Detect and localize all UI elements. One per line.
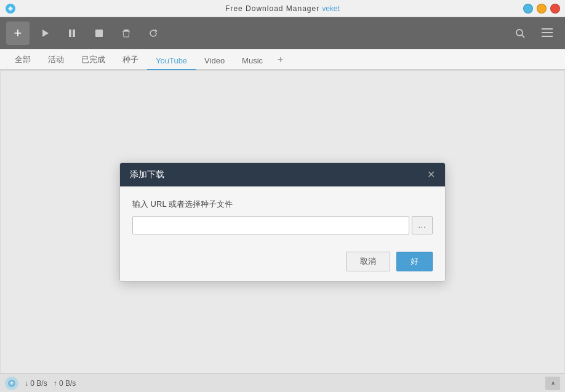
url-input-row: ... [132, 216, 433, 234]
tab-youtube[interactable]: YouTube [147, 52, 196, 70]
tabs-bar: 全部 活动 已完成 种子 YouTube Video Music + [0, 49, 565, 70]
dialog-overlay: 添加下载 ✕ 输入 URL 或者选择种子文件 ... 取消 好 [1, 71, 564, 373]
url-input[interactable] [132, 216, 409, 234]
tab-video[interactable]: Video [196, 52, 233, 70]
refresh-btn[interactable] [142, 22, 165, 45]
svg-point-7 [516, 30, 523, 36]
svg-rect-4 [95, 30, 103, 37]
dialog-close-btn[interactable]: ✕ [427, 170, 435, 180]
browse-btn[interactable]: ... [412, 216, 433, 234]
svg-rect-9 [542, 28, 553, 30]
cancel-btn[interactable]: 取消 [346, 252, 390, 271]
stop-btn[interactable] [87, 22, 111, 45]
minimize-btn[interactable] [523, 4, 533, 14]
tab-done[interactable]: 已完成 [73, 50, 114, 70]
maximize-btn[interactable] [537, 4, 547, 14]
menu-btn[interactable] [535, 22, 559, 45]
window-close-btn[interactable] [550, 4, 560, 14]
toolbar: + [0, 17, 565, 49]
url-label: 输入 URL 或者选择种子文件 [132, 199, 433, 210]
download-speed: ↓ 0 B/s [25, 379, 47, 388]
window-controls [523, 4, 560, 14]
tab-add-btn[interactable]: + [271, 50, 289, 69]
upload-speed: ↑ 0 B/s [54, 379, 76, 388]
title-text: Free Download Manager veket [225, 4, 340, 13]
svg-rect-10 [542, 32, 553, 33]
status-icon [5, 377, 18, 390]
pause-btn[interactable] [60, 22, 84, 45]
svg-marker-1 [42, 30, 49, 37]
tab-all[interactable]: 全部 [6, 50, 39, 70]
title-bar-left [5, 3, 16, 14]
dialog-body: 输入 URL 或者选择种子文件 ... [120, 186, 445, 244]
search-btn[interactable] [508, 22, 532, 45]
title-bar: Free Download Manager veket [0, 0, 565, 17]
tab-music[interactable]: Music [233, 52, 271, 70]
delete-btn[interactable] [114, 22, 138, 45]
add-download-dialog: 添加下载 ✕ 输入 URL 或者选择种子文件 ... 取消 好 [119, 162, 446, 282]
expand-btn[interactable]: ∧ [545, 377, 560, 390]
ok-btn[interactable]: 好 [396, 252, 433, 271]
app-icon [5, 3, 16, 14]
svg-line-8 [522, 35, 524, 38]
svg-rect-2 [69, 30, 71, 37]
svg-rect-5 [124, 30, 129, 31]
main-content: 添加下载 ✕ 输入 URL 或者选择种子文件 ... 取消 好 [0, 70, 565, 374]
tab-active[interactable]: 活动 [39, 50, 73, 70]
svg-rect-11 [542, 36, 553, 37]
dialog-title: 添加下载 [130, 169, 164, 180]
dialog-footer: 取消 好 [120, 244, 445, 281]
dialog-header: 添加下载 ✕ [120, 163, 445, 186]
svg-rect-3 [73, 30, 75, 37]
add-download-btn[interactable]: + [6, 22, 30, 45]
status-bar: ↓ 0 B/s ↑ 0 B/s ∧ [0, 374, 565, 392]
play-btn[interactable] [33, 22, 57, 45]
tab-torrent[interactable]: 种子 [114, 50, 147, 70]
